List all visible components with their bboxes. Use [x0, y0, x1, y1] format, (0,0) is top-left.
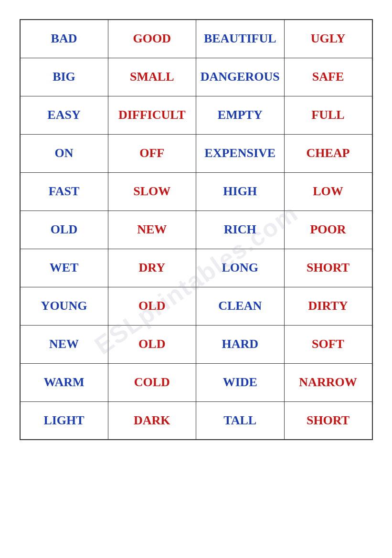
table-cell: HARD	[196, 325, 285, 363]
table-cell: COLD	[108, 363, 196, 401]
table-cell: BEAUTIFUL	[196, 20, 285, 58]
table-cell: OLD	[20, 211, 108, 249]
table-row: BIGSMALLDANGEROUSSAFE	[20, 58, 372, 96]
table-cell: HIGH	[196, 172, 285, 211]
table-row: EASYDIFFICULTEMPTYFULL	[20, 96, 372, 134]
table-cell: SHORT	[284, 249, 372, 287]
table-cell: CHEAP	[284, 134, 372, 172]
table-cell: YOUNG	[20, 287, 108, 325]
table-cell: OLD	[108, 325, 196, 363]
table-cell: LIGHT	[20, 401, 108, 440]
table-cell: SLOW	[108, 172, 196, 211]
table-cell: EMPTY	[196, 96, 285, 134]
table-cell: WARM	[20, 363, 108, 401]
table-cell: FULL	[284, 96, 372, 134]
table-cell: LONG	[196, 249, 285, 287]
table-cell: OLD	[108, 287, 196, 325]
table-cell: DRY	[108, 249, 196, 287]
table-cell: WIDE	[196, 363, 285, 401]
adjectives-table: BADGOODBEAUTIFULUGLYBIGSMALLDANGEROUSSAF…	[20, 19, 373, 440]
table-cell: EXPENSIVE	[196, 134, 285, 172]
table-cell: BIG	[20, 58, 108, 96]
table-row: WETDRYLONGSHORT	[20, 249, 372, 287]
table-cell: EASY	[20, 96, 108, 134]
table-cell: SAFE	[284, 58, 372, 96]
table-cell: SMALL	[108, 58, 196, 96]
table-cell: CLEAN	[196, 287, 285, 325]
table-cell: NEW	[108, 211, 196, 249]
table-cell: TALL	[196, 401, 285, 440]
table-row: FASTSLOWHIGHLOW	[20, 172, 372, 211]
main-container: ESLprintables.com BADGOODBEAUTIFULUGLYBI…	[20, 19, 373, 440]
table-cell: UGLY	[284, 20, 372, 58]
table-cell: SOFT	[284, 325, 372, 363]
table-cell: DANGEROUS	[196, 58, 285, 96]
table-cell: LOW	[284, 172, 372, 211]
table-row: BADGOODBEAUTIFULUGLY	[20, 20, 372, 58]
table-cell: NEW	[20, 325, 108, 363]
table-cell: WET	[20, 249, 108, 287]
table-cell: DARK	[108, 401, 196, 440]
table-cell: SHORT	[284, 401, 372, 440]
table-row: LIGHTDARKTALLSHORT	[20, 401, 372, 440]
table-cell: ON	[20, 134, 108, 172]
table-row: ONOFFEXPENSIVECHEAP	[20, 134, 372, 172]
table-cell: DIRTY	[284, 287, 372, 325]
table-cell: GOOD	[108, 20, 196, 58]
table-row: OLDNEWRICHPOOR	[20, 211, 372, 249]
table-cell: NARROW	[284, 363, 372, 401]
table-cell: RICH	[196, 211, 285, 249]
table-row: YOUNGOLDCLEANDIRTY	[20, 287, 372, 325]
table-cell: FAST	[20, 172, 108, 211]
table-row: NEWOLDHARDSOFT	[20, 325, 372, 363]
table-cell: BAD	[20, 20, 108, 58]
table-row: WARMCOLDWIDENARROW	[20, 363, 372, 401]
table-cell: OFF	[108, 134, 196, 172]
table-cell: DIFFICULT	[108, 96, 196, 134]
table-cell: POOR	[284, 211, 372, 249]
